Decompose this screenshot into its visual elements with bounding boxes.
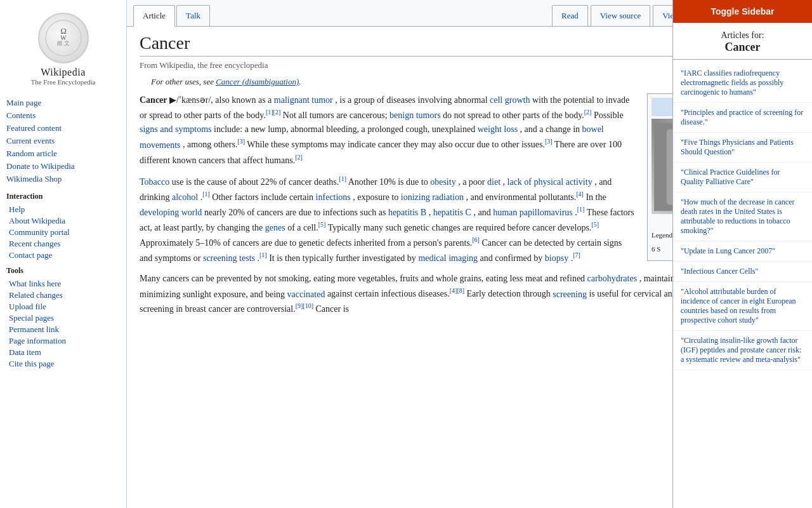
articles-for-label: Articles for: [678, 30, 807, 41]
hepatitis-b-link[interactable]: hepatitis B [388, 208, 426, 217]
alcohol-link[interactable]: alcohol [172, 192, 198, 202]
sidebar-item-data-item[interactable]: Data item [9, 347, 126, 358]
cell-growth-link[interactable]: cell growth [490, 95, 530, 105]
sidebar-item-current-events[interactable]: Current events [6, 135, 120, 147]
related-article-item[interactable]: "Update in Lung Cancer 2007" [673, 241, 812, 262]
malignant-tumor-link[interactable]: malignant tumor [274, 95, 333, 105]
sidebar-item-about[interactable]: About Wikipedia [9, 215, 126, 227]
sidebar-item-contents[interactable]: Contents [6, 109, 120, 122]
screening-tests-link[interactable]: screening tests [203, 253, 255, 263]
sidebar-item-random-article[interactable]: Random article [6, 147, 120, 160]
interaction-section-title: Interaction [0, 188, 126, 203]
related-article-item[interactable]: "Circulating insulin-like growth factor … [673, 331, 812, 370]
related-article-item[interactable]: "How much of the decrease in cancer deat… [673, 192, 812, 241]
tools-nav: What links here Related changes Upload f… [0, 277, 126, 371]
obesity-link[interactable]: obesity [430, 177, 455, 187]
talk-tab[interactable]: Talk [176, 5, 210, 26]
right-panel: Toggle Sidebar Articles for: Cancer "IAR… [672, 0, 812, 508]
related-article-item[interactable]: "IARC classifies radiofrequency electrom… [673, 64, 812, 103]
carbohydrates-link[interactable]: carbohydrates [587, 274, 638, 283]
developing-world-link[interactable]: developing world [140, 208, 202, 217]
hatnote-link[interactable]: Cancer (disambiguation) [216, 77, 299, 86]
sidebar-item-contact[interactable]: Contact page [9, 250, 126, 261]
weight-loss-link[interactable]: weight loss [478, 124, 518, 134]
toggle-sidebar-button[interactable]: Toggle Sidebar [673, 0, 812, 23]
biopsy-link[interactable]: biopsy [545, 253, 568, 263]
ionizing-radiation-link[interactable]: ionizing radiation [401, 192, 464, 202]
signs-symptoms-link[interactable]: signs and symptoms [140, 124, 212, 134]
tools-section-title: Tools [0, 262, 126, 277]
screening-link[interactable]: screening [553, 289, 587, 298]
sidebar-item-special-pages[interactable]: Special pages [9, 312, 126, 324]
sidebar-item-help[interactable]: Help [9, 204, 126, 215]
hepatitis-c-link[interactable]: hepatitis C [433, 208, 471, 217]
vaccinated-link[interactable]: vaccinated [287, 289, 325, 298]
related-article-item[interactable]: "Alcohol attributable burden of incidenc… [673, 282, 812, 331]
sidebar-navigation: Main page Contents Featured content Curr… [0, 89, 126, 376]
related-article-item[interactable]: "Clinical Practice Guidelines for Qualit… [673, 163, 812, 192]
sidebar-logo: Ω W 維 文 Wikipedia The Free Encyclopedia [0, 6, 126, 89]
interaction-nav: Help About Wikipedia Community portal Re… [0, 203, 126, 262]
site-subtitle: The Free Encyclopedia [0, 78, 126, 86]
view-source-tab[interactable]: View source [591, 5, 651, 26]
main-nav: Main page Contents Featured content Curr… [0, 94, 126, 188]
site-name: Wikipedia [0, 67, 126, 78]
articles-for-header: Articles for: Cancer [673, 23, 812, 60]
sidebar-item-permanent-link[interactable]: Permanent link [9, 324, 126, 335]
sidebar-item-recent-changes[interactable]: Recent changes [9, 238, 126, 250]
sidebar: Ω W 維 文 Wikipedia The Free Encyclopedia … [0, 0, 127, 508]
read-tab[interactable]: Read [552, 5, 588, 26]
related-article-item[interactable]: "Five Things Physicians and Patients Sho… [673, 133, 812, 163]
sidebar-item-page-info[interactable]: Page information [9, 335, 126, 347]
sidebar-item-main-page[interactable]: Main page [6, 97, 120, 109]
medical-imaging-link[interactable]: medical imaging [418, 253, 478, 263]
diet-link[interactable]: diet [487, 177, 501, 187]
sidebar-item-upload-file[interactable]: Upload file [9, 301, 126, 312]
tobacco-link[interactable]: Tobacco [140, 177, 169, 187]
related-articles-list: "IARC classifies radiofrequency electrom… [673, 60, 812, 508]
hpv-link[interactable]: human papillomavirus [493, 208, 573, 217]
genes-link[interactable]: genes [265, 223, 285, 232]
related-article-item[interactable]: "Principles and practice of screening fo… [673, 103, 812, 133]
sidebar-item-donate[interactable]: Donate to Wikipedia [6, 160, 120, 173]
article-bold-term: Cancer [140, 95, 167, 105]
sidebar-item-related-changes[interactable]: Related changes [9, 290, 126, 301]
sidebar-item-wikimedia-shop[interactable]: Wikimedia Shop [6, 173, 120, 185]
sidebar-item-what-links[interactable]: What links here [9, 278, 126, 290]
svg-text:維 文: 維 文 [56, 40, 69, 46]
sidebar-item-cite-page[interactable]: Cite this page [9, 358, 126, 370]
wikipedia-logo: Ω W 維 文 [38, 13, 89, 64]
article-tab[interactable]: Article [133, 5, 175, 27]
sidebar-item-community-portal[interactable]: Community portal [9, 227, 126, 238]
sidebar-item-featured-content[interactable]: Featured content [6, 122, 120, 135]
physical-activity-link[interactable]: lack of physical activity [508, 177, 593, 187]
articles-subject: Cancer [678, 41, 807, 54]
benign-tumors-link[interactable]: benign tumors [390, 110, 441, 120]
related-article-item[interactable]: "Infectious Cancer Cells" [673, 262, 812, 282]
infections-link[interactable]: infections [316, 192, 351, 202]
